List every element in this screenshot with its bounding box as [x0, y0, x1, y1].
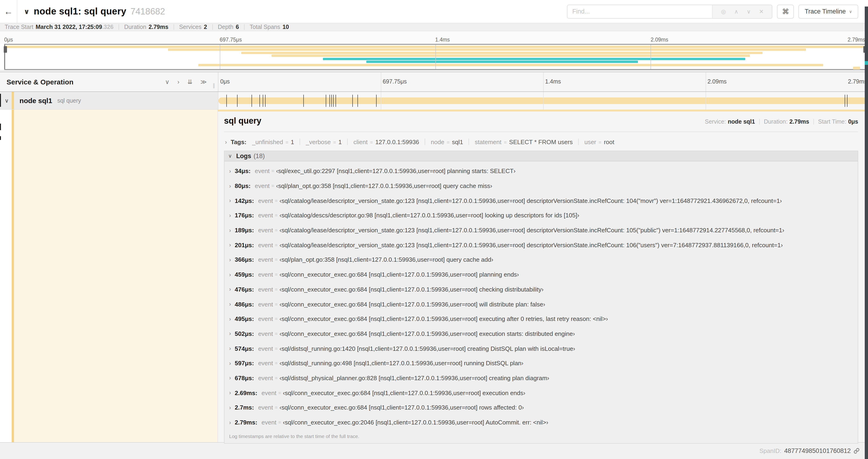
deep-link-icon[interactable] — [854, 448, 860, 454]
screen-edge-artifact — [865, 61, 868, 65]
chevron-down-icon[interactable]: ∨ — [228, 153, 232, 159]
chevron-right-icon[interactable]: › — [225, 138, 227, 145]
log-row[interactable]: ›2.7ms:event=‹sql/conn_executor_exec.go:… — [224, 400, 858, 415]
log-tick — [334, 95, 334, 107]
expand-one-icon[interactable]: › — [177, 78, 180, 85]
chevron-right-icon[interactable]: › — [229, 212, 231, 219]
chevron-right-icon[interactable]: › — [229, 316, 231, 322]
log-row[interactable]: ›176μs:event=‹sql/catalog/descs/descript… — [224, 208, 858, 223]
log-row[interactable]: ›476μs:event=‹sql/conn_executor_exec.go:… — [224, 282, 858, 297]
span-collapse-chevron-icon[interactable]: ∨ — [5, 97, 9, 104]
chevron-right-icon[interactable]: › — [229, 286, 231, 293]
log-field-key: event — [258, 404, 273, 411]
log-field-key: event — [258, 315, 273, 322]
log-row[interactable]: ›574μs:event=‹sql/distsql_running.go:142… — [224, 341, 858, 356]
chevron-right-icon[interactable]: › — [229, 168, 231, 174]
detail-span-bar — [218, 110, 868, 111]
log-row[interactable]: ›189μs:event=‹sql/catalog/lease/descript… — [224, 223, 858, 238]
tags-row[interactable]: › Tags: _unfinished=1_verbose=1client=12… — [224, 136, 858, 147]
log-row[interactable]: ›678μs:event=‹sql/distsql_physical_plann… — [224, 371, 858, 385]
ruler-tick-label: 2.79ms — [846, 78, 867, 85]
chevron-right-icon[interactable]: › — [229, 404, 231, 411]
timeline-ruler: 0μs697.75μs1.4ms2.09ms2.79ms — [218, 72, 868, 91]
equals-sign: = — [275, 228, 278, 233]
find-result-controls: ◎∧∨✕ — [712, 5, 772, 18]
ruler-tick-label: 2.09ms — [706, 78, 726, 85]
log-row[interactable]: ›34μs:event=‹sql/exec_util.go:2297 [nsql… — [224, 164, 858, 178]
trace-collapse-chevron-icon[interactable]: ∨ — [24, 7, 29, 15]
log-field-key: event — [258, 286, 273, 293]
chevron-right-icon[interactable]: › — [229, 271, 231, 278]
chevron-right-icon[interactable]: › — [229, 183, 231, 189]
span-id-label: SpanID: — [760, 447, 781, 454]
log-field-value: ‹sql/catalog/lease/descriptor_version_st… — [280, 227, 784, 234]
clear-search-icon[interactable]: ✕ — [759, 8, 764, 15]
logs-header[interactable]: ∨ Logs (18) — [224, 151, 858, 161]
log-row[interactable]: ›597μs:event=‹sql/distsql_running.go:498… — [224, 356, 858, 371]
chevron-right-icon[interactable]: › — [229, 242, 231, 249]
log-tick — [376, 95, 377, 107]
locate-result-icon[interactable]: ◎ — [721, 8, 726, 15]
minimap-span — [198, 64, 823, 66]
log-tick — [226, 95, 226, 107]
ruler-tick-label: 2.79ms — [848, 37, 865, 42]
log-row[interactable]: ›459μs:event=‹sql/conn_executor_exec.go:… — [224, 267, 858, 282]
screen-edge-artifact — [865, 6, 868, 459]
log-row[interactable]: ›201μs:event=‹sql/catalog/lease/descript… — [224, 238, 858, 252]
chevron-right-icon[interactable]: › — [229, 345, 231, 352]
log-row[interactable]: ›502μs:event=‹sql/conn_executor_exec.go:… — [224, 326, 858, 341]
tag-key: _unfinished — [252, 138, 283, 145]
span-tree-cell[interactable]: ∨ node sql1 sql query — [0, 92, 218, 110]
tags-list: _unfinished=1_verbose=1client=127.0.0.1:… — [252, 138, 614, 145]
log-row[interactable]: ›495μs:event=‹sql/conn_executor_exec.go:… — [224, 312, 858, 326]
tag-key: user — [584, 138, 596, 145]
prev-result-icon[interactable]: ∧ — [734, 8, 739, 15]
span-detail-row: sql query Service:node sql1Duration:2.79… — [0, 110, 868, 442]
view-selector-label: Trace Timeline — [805, 8, 846, 15]
log-row[interactable]: ›2.69ms:event=‹sql/conn_executor_exec.go… — [224, 386, 858, 400]
chevron-right-icon[interactable]: › — [229, 360, 231, 367]
expand-all-icon[interactable]: ≫ — [200, 78, 207, 85]
chevron-right-icon[interactable]: › — [229, 375, 231, 381]
tag-value: root — [604, 138, 614, 145]
chevron-right-icon[interactable]: › — [229, 330, 231, 337]
back-button[interactable]: ← — [0, 0, 17, 23]
chevron-right-icon[interactable]: › — [229, 257, 231, 263]
log-row[interactable]: ›486μs:event=‹sql/conn_executor_exec.go:… — [224, 297, 858, 312]
next-result-icon[interactable]: ∨ — [747, 8, 751, 15]
log-row[interactable]: ›80μs:event=‹sql/plan_opt.go:358 [nsql1,… — [224, 178, 858, 193]
collapse-one-icon[interactable]: ∨ — [165, 78, 169, 85]
scrubber-handle[interactable] — [4, 46, 7, 53]
timeline-minimap[interactable] — [4, 44, 866, 70]
chevron-right-icon[interactable]: › — [229, 419, 231, 426]
log-tick — [845, 95, 845, 107]
timeline-gridline — [381, 92, 381, 110]
chevron-right-icon[interactable]: › — [229, 197, 231, 204]
log-field-value: ‹sql/conn_executor_exec.go:684 [nsql1,cl… — [280, 404, 524, 411]
view-selector-button[interactable]: Trace Timeline ∨ — [799, 4, 858, 19]
log-row[interactable]: ›366μs:event=‹sql/plan_opt.go:358 [nsql1… — [224, 252, 858, 267]
ruler-tick-label: 697.75μs — [220, 37, 242, 42]
chevron-right-icon[interactable]: › — [229, 301, 231, 307]
meta-separator — [813, 119, 814, 125]
chevron-right-icon[interactable]: › — [229, 227, 231, 233]
minimap-left-scrubber[interactable] — [4, 45, 5, 69]
tag-value: SELECT * FROM users — [509, 138, 573, 145]
span-timeline-cell[interactable] — [218, 92, 868, 110]
summary-label: Depth — [218, 24, 233, 30]
collapse-all-icon[interactable]: ⇊ — [187, 78, 192, 85]
log-tick — [265, 95, 266, 107]
ruler-tick-label: 1.4ms — [435, 37, 450, 42]
keyboard-shortcuts-button[interactable]: ⌘ — [777, 4, 794, 19]
log-row[interactable]: ›2.79ms:event=‹sql/conn_executor_exec.go… — [224, 415, 858, 430]
log-row[interactable]: ›142μs:event=‹sql/catalog/lease/descript… — [224, 193, 858, 208]
span-row[interactable]: ∨ node sql1 sql query — [0, 92, 868, 110]
tag-separator — [578, 138, 579, 145]
column-resizer[interactable]: ∥ — [213, 83, 216, 89]
tag-item: user=root — [584, 138, 614, 145]
equals-sign: = — [278, 390, 281, 395]
find-input[interactable] — [568, 5, 712, 18]
log-field-value: ‹sql/plan_opt.go:358 [nsql1,client=127.0… — [280, 256, 493, 263]
chevron-right-icon[interactable]: › — [229, 390, 231, 396]
meta-value: 0μs — [848, 119, 858, 125]
